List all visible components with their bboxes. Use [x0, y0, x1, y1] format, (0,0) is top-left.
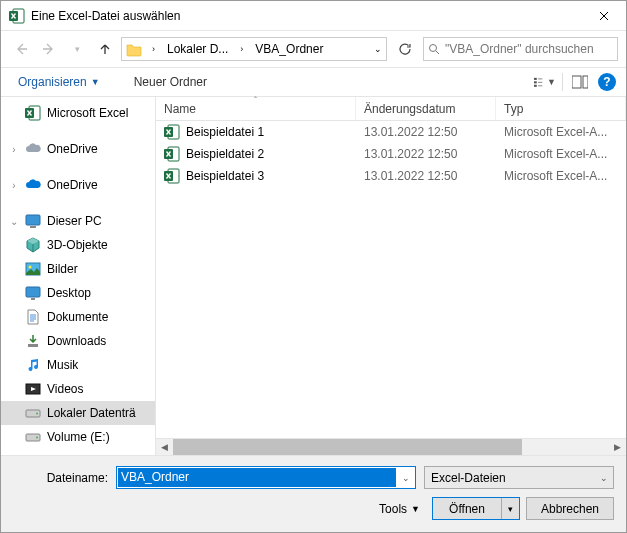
sidebar-item-localdisk[interactable]: Lokaler Datenträ	[1, 401, 155, 425]
file-row[interactable]: Beispieldatei 3 13.01.2022 12:50 Microso…	[156, 165, 626, 187]
svg-rect-16	[572, 76, 581, 88]
sidebar-item-label: 3D-Objekte	[47, 238, 108, 252]
search-box[interactable]	[423, 37, 618, 61]
search-input[interactable]	[445, 42, 613, 56]
file-date: 13.01.2022 12:50	[356, 169, 496, 183]
sidebar[interactable]: Microsoft Excel ›OneDrive ›OneDrive ⌄Die…	[1, 97, 156, 455]
open-button[interactable]: Öffnen ▾	[432, 497, 520, 520]
drive-icon	[25, 405, 41, 421]
column-date-label: Änderungsdatum	[364, 102, 455, 116]
filter-value: Excel-Dateien	[425, 471, 595, 485]
sidebar-item-thispc[interactable]: ⌄Dieser PC	[1, 209, 155, 233]
sidebar-item-volume-e[interactable]: Volume (E:)	[1, 425, 155, 449]
up-button[interactable]	[93, 37, 117, 61]
breadcrumb[interactable]: › Lokaler D... › VBA_Ordner ⌄	[121, 37, 387, 61]
file-name: Beispieldatei 3	[186, 169, 264, 183]
sidebar-item-3d[interactable]: 3D-Objekte	[1, 233, 155, 257]
sidebar-item-music[interactable]: Musik	[1, 353, 155, 377]
cloud-icon	[25, 177, 41, 193]
horizontal-scrollbar[interactable]: ◀ ▶	[156, 438, 626, 455]
filename-value[interactable]: VBA_Ordner	[118, 468, 396, 487]
preview-button[interactable]	[569, 71, 591, 93]
sidebar-item-excel[interactable]: Microsoft Excel	[1, 101, 155, 125]
organize-button[interactable]: Organisieren ▼	[11, 71, 107, 93]
bottom-panel: Dateiname: VBA_Ordner ⌄ Excel-Dateien ⌄ …	[1, 455, 626, 532]
scroll-right-button[interactable]: ▶	[609, 439, 626, 456]
chevron-down-icon: ▼	[547, 77, 556, 87]
column-header-type[interactable]: Typ	[496, 97, 626, 120]
scroll-left-button[interactable]: ◀	[156, 439, 173, 456]
downloads-icon	[25, 333, 41, 349]
forward-button[interactable]	[37, 37, 61, 61]
sidebar-item-onedrive-1[interactable]: ›OneDrive	[1, 137, 155, 161]
drive-icon	[25, 429, 41, 445]
cancel-button[interactable]: Abbrechen	[526, 497, 614, 520]
close-button[interactable]	[581, 1, 626, 30]
filename-combo[interactable]: VBA_Ordner ⌄	[116, 466, 416, 489]
back-icon	[14, 42, 28, 56]
file-type: Microsoft Excel-A...	[496, 147, 626, 161]
svg-rect-13	[534, 78, 537, 80]
organize-label: Organisieren	[18, 75, 87, 89]
chevron-down-icon: ⌄	[374, 44, 382, 54]
tools-label: Tools	[379, 502, 407, 516]
desktop-icon	[25, 285, 41, 301]
sidebar-item-downloads[interactable]: Downloads	[1, 329, 155, 353]
breadcrumb-dropdown[interactable]: ⌄	[368, 38, 386, 60]
file-row[interactable]: Beispieldatei 2 13.01.2022 12:50 Microso…	[156, 143, 626, 165]
back-button[interactable]	[9, 37, 33, 61]
filter-dropdown[interactable]: ⌄	[595, 467, 613, 488]
sidebar-item-label: Bilder	[47, 262, 78, 276]
sidebar-item-label: Musik	[47, 358, 78, 372]
scroll-track[interactable]	[173, 439, 609, 455]
column-header-name[interactable]: ˆ Name	[156, 97, 356, 120]
tools-button[interactable]: Tools ▼	[373, 499, 426, 519]
excel-app-icon	[9, 8, 25, 24]
history-button[interactable]: ▾	[65, 37, 89, 61]
up-icon	[98, 42, 112, 56]
column-type-label: Typ	[504, 102, 523, 116]
sidebar-item-pictures[interactable]: Bilder	[1, 257, 155, 281]
file-row[interactable]: Beispieldatei 1 13.01.2022 12:50 Microso…	[156, 121, 626, 143]
sidebar-item-label: Videos	[47, 382, 83, 396]
cancel-label: Abbrechen	[541, 502, 599, 516]
filename-dropdown[interactable]: ⌄	[397, 467, 415, 488]
column-name-label: Name	[164, 102, 196, 116]
sidebar-item-label: Volume (E:)	[47, 430, 110, 444]
pictures-icon	[25, 261, 41, 277]
sidebar-item-onedrive-2[interactable]: ›OneDrive	[1, 173, 155, 197]
refresh-button[interactable]	[391, 37, 419, 61]
view-icon	[534, 75, 545, 89]
svg-rect-17	[583, 76, 588, 88]
file-name: Beispieldatei 1	[186, 125, 264, 139]
sidebar-item-label: Dokumente	[47, 310, 108, 324]
file-type: Microsoft Excel-A...	[496, 169, 626, 183]
new-folder-label: Neuer Ordner	[134, 75, 207, 89]
svg-rect-14	[534, 81, 537, 83]
new-folder-button[interactable]: Neuer Ordner	[127, 71, 214, 93]
documents-icon	[25, 309, 41, 325]
breadcrumb-chevron-1[interactable]: ›	[234, 38, 249, 60]
file-list[interactable]: Beispieldatei 1 13.01.2022 12:50 Microso…	[156, 121, 626, 438]
column-header-date[interactable]: Änderungsdatum	[356, 97, 496, 120]
file-name: Beispieldatei 2	[186, 147, 264, 161]
sidebar-item-videos[interactable]: Videos	[1, 377, 155, 401]
file-type: Microsoft Excel-A...	[496, 125, 626, 139]
sidebar-item-label: Desktop	[47, 286, 91, 300]
view-button[interactable]: ▼	[534, 71, 556, 93]
chevron-down-icon: ▾	[75, 44, 80, 54]
content: Microsoft Excel ›OneDrive ›OneDrive ⌄Die…	[1, 97, 626, 455]
sidebar-item-documents[interactable]: Dokumente	[1, 305, 155, 329]
sidebar-item-label: Dieser PC	[47, 214, 102, 228]
breadcrumb-seg-2[interactable]: VBA_Ordner	[249, 38, 329, 60]
folder-icon	[126, 41, 142, 57]
breadcrumb-seg-1[interactable]: Lokaler D...	[161, 38, 234, 60]
help-button[interactable]: ?	[598, 73, 616, 91]
breadcrumb-root-chevron[interactable]: ›	[146, 38, 161, 60]
search-icon	[428, 43, 441, 56]
scroll-thumb[interactable]	[173, 439, 522, 455]
filter-combo[interactable]: Excel-Dateien ⌄	[424, 466, 614, 489]
open-dropdown[interactable]: ▾	[501, 498, 519, 519]
cloud-icon	[25, 141, 41, 157]
sidebar-item-desktop[interactable]: Desktop	[1, 281, 155, 305]
